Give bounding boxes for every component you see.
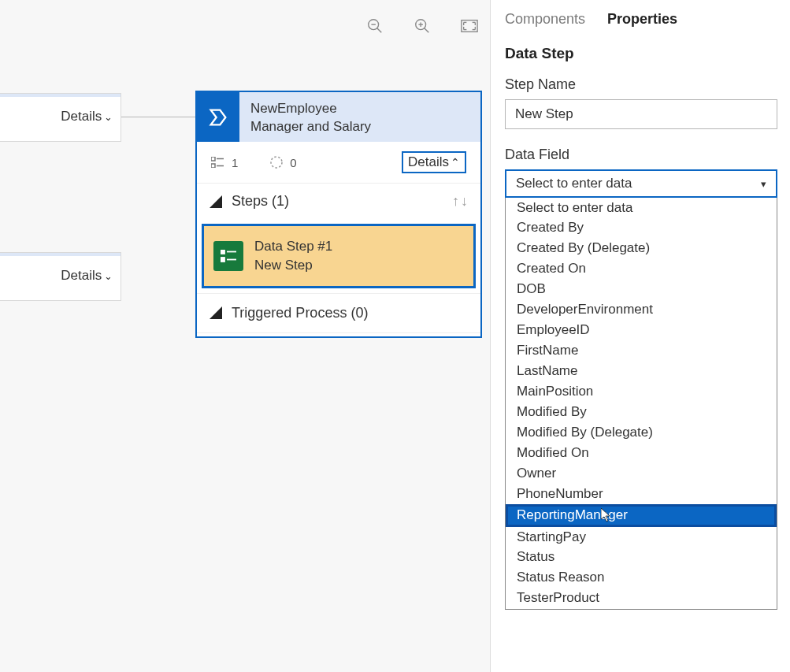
zoom-toolbar [366, 17, 478, 35]
stage-node-partial-2[interactable]: Details ⌄ [0, 252, 121, 301]
svg-line-1 [377, 28, 382, 33]
panel-section-title: Data Step [505, 45, 776, 62]
data-field-dropdown[interactable]: Select to enter dataCreated ByCreated By… [505, 198, 777, 610]
dropdown-option[interactable]: StartingPay [506, 527, 777, 548]
svg-line-4 [425, 28, 429, 33]
data-step-icon [213, 241, 243, 271]
dropdown-option[interactable]: Modified By (Delegate) [506, 422, 777, 443]
panel-tabs: Components Properties [505, 11, 776, 28]
dropdown-option[interactable]: Status [506, 548, 777, 568]
stage-toolbar: 1 0 Details⌃ [197, 142, 480, 184]
connector-line [121, 117, 195, 117]
svg-point-20 [271, 157, 282, 168]
zoom-in-icon[interactable] [414, 17, 431, 35]
move-down-icon[interactable]: ↓ [461, 193, 468, 210]
dropdown-option[interactable]: TesterProduct [506, 588, 777, 609]
dropdown-option[interactable]: DeveloperEnvironment [506, 300, 777, 321]
dropdown-option[interactable]: FirstName [506, 341, 777, 362]
details-toggle[interactable]: Details ⌄ [61, 109, 113, 124]
step-count: 1 [211, 156, 238, 169]
dropdown-option[interactable]: Modified By [506, 402, 777, 422]
properties-panel: Components Properties Data Step Step Nam… [490, 0, 790, 672]
stage-node-partial-1[interactable]: Details ⌄ [0, 93, 121, 142]
dropdown-option[interactable]: Select to enter data [506, 198, 777, 218]
dropdown-option[interactable]: Created By [506, 218, 777, 239]
triggered-process-header[interactable]: Triggered Process (0) [197, 293, 480, 333]
reorder-arrows[interactable]: ↑↓ [452, 193, 468, 210]
stage-title: NewEmployee Manager and Salary [239, 92, 382, 142]
dropdown-option[interactable]: MainPosition [506, 381, 777, 402]
data-step-text: Data Step #1 New Step [254, 237, 332, 275]
dropdown-option[interactable]: PhoneNumber [506, 484, 777, 504]
dropdown-option[interactable]: Modified On [506, 443, 777, 463]
chevron-down-icon: ▾ [761, 178, 766, 190]
stage-chevron-icon [197, 92, 239, 142]
svg-rect-16 [211, 157, 215, 161]
step-name-label: Step Name [505, 76, 776, 93]
data-field-select[interactable]: Select to enter data ▾ [505, 169, 777, 198]
details-collapse-button[interactable]: Details⌃ [402, 151, 466, 173]
svg-rect-21 [221, 250, 224, 254]
fit-screen-icon[interactable] [461, 17, 478, 35]
stage-header[interactable]: NewEmployee Manager and Salary [197, 92, 480, 142]
process-canvas[interactable]: Details ⌄ Details ⌄ NewEmployee Manager … [0, 0, 489, 672]
zoom-out-icon[interactable] [366, 17, 384, 35]
tab-components[interactable]: Components [505, 11, 585, 28]
move-up-icon[interactable]: ↑ [452, 193, 459, 210]
svg-rect-18 [211, 164, 215, 168]
dropdown-option[interactable]: Created On [506, 259, 777, 280]
dropdown-option[interactable]: Created By (Delegate) [506, 239, 777, 259]
svg-rect-23 [221, 258, 224, 262]
trigger-count: 0 [269, 155, 296, 169]
dropdown-option[interactable]: EmployeeID [506, 321, 777, 341]
step-name-input[interactable] [505, 99, 777, 129]
data-step-item-selected[interactable]: Data Step #1 New Step [202, 224, 476, 288]
dropdown-option[interactable]: ReportingManager [506, 504, 777, 527]
data-field-label: Data Field [505, 147, 776, 163]
steps-section-header[interactable]: Steps (1) ↑↓ [197, 184, 480, 219]
stage-node-selected[interactable]: NewEmployee Manager and Salary 1 0 Deta [195, 91, 482, 338]
details-toggle[interactable]: Details ⌄ [61, 268, 113, 284]
mouse-cursor-icon [601, 508, 612, 522]
dropdown-option[interactable]: Status Reason [506, 568, 777, 588]
dropdown-option[interactable]: Owner [506, 463, 777, 484]
dropdown-option[interactable]: LastName [506, 362, 777, 382]
tab-properties[interactable]: Properties [607, 11, 677, 28]
dropdown-option[interactable]: DOB [506, 280, 777, 300]
